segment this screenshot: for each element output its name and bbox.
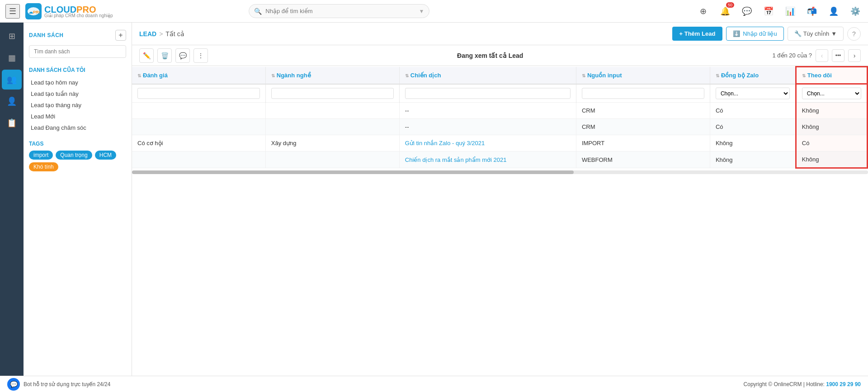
sidebar-item-person[interactable]: 👤 <box>2 91 22 111</box>
cell-theo-doi: Không <box>796 119 867 135</box>
col-header-nguon-input[interactable]: ⇅Nguồn input <box>576 67 710 84</box>
cell-chien-dich: -- <box>399 119 576 135</box>
footer: 💬 Bot hỗ trợ sử dụng trực tuyến 24/24 Co… <box>0 376 868 392</box>
footer-copyright: Copyright © OnlineCRM | Hotline: 1900 29… <box>744 381 861 387</box>
list-item-thang-nay[interactable]: Lead tạo tháng này <box>29 99 126 111</box>
comment-toolbar-button[interactable]: 💬 <box>175 48 190 63</box>
breadcrumb-lead[interactable]: LEAD <box>139 30 156 38</box>
pagination-prev-button[interactable]: ‹ <box>816 49 828 62</box>
analytics-nav-button[interactable]: 📊 <box>783 4 797 19</box>
tag-import[interactable]: import <box>29 151 53 160</box>
tags-section: TAGS import Quan trọng HCM Khó tính <box>29 141 126 171</box>
danh-sach-title: DANH SÁCH <box>29 32 64 38</box>
svg-text:PRO: PRO <box>33 10 40 14</box>
header-actions: + Thêm Lead ⬇️ Nhập dữ liệu 🔧 Tùy chỉnh … <box>672 27 861 41</box>
col-header-dong-bo-zalo[interactable]: ⇅Đồng bộ Zalo <box>710 67 796 84</box>
cell-chien-dich: Chiến dịch ra mắt sản phẩm mới 2021 <box>399 151 576 168</box>
notification-button[interactable]: 🔔 50 <box>718 4 732 19</box>
pagination-next-button[interactable]: › <box>848 49 861 62</box>
settings-nav-button[interactable]: ⚙️ <box>848 4 863 19</box>
import-icon: ⬇️ <box>733 30 740 37</box>
customize-label: Tùy chỉnh <box>803 30 829 37</box>
filter-nguon-input-input[interactable] <box>582 88 704 99</box>
list-item-moi[interactable]: Lead Mới <box>29 111 126 122</box>
danh-sach-add-button[interactable]: + <box>115 30 126 41</box>
table-row: -- CRM Có Không <box>132 102 868 119</box>
filter-nganh-nghe-input[interactable] <box>271 88 394 99</box>
content-area: LEAD > Tất cả + Thêm Lead ⬇️ Nhập dữ liệ… <box>132 23 868 376</box>
col-header-nganh-nghe[interactable]: ⇅Ngành nghề <box>265 67 399 84</box>
list-item-dang-cham-soc[interactable]: Lead Đang chăm sóc <box>29 122 126 133</box>
hamburger-button[interactable]: ☰ <box>5 4 20 19</box>
customize-button[interactable]: 🔧 Tùy chỉnh ▼ <box>788 27 844 41</box>
filter-nguon-input <box>576 84 710 103</box>
hotline-text: 1900 29 29 90 <box>826 381 861 387</box>
table-row: -- CRM Có Không <box>132 119 868 135</box>
logo-icon: ☁ PRO <box>25 3 42 19</box>
calendar-nav-button[interactable]: 📅 <box>761 4 776 19</box>
table-row: Chiến dịch ra mắt sản phẩm mới 2021 WEBF… <box>132 151 868 168</box>
filter-danh-gia-input[interactable] <box>137 88 260 99</box>
delete-toolbar-button[interactable]: 🗑️ <box>157 48 172 63</box>
search-input[interactable] <box>249 4 429 18</box>
filter-chien-dich <box>399 84 576 103</box>
pagination-more-button[interactable]: ••• <box>832 49 844 62</box>
tag-hcm[interactable]: HCM <box>95 151 116 160</box>
search-dropdown-icon[interactable]: ▼ <box>419 8 424 14</box>
filter-dong-bo-zalo-select[interactable]: Chọn... Có Không <box>716 88 790 99</box>
col-header-danh-gia[interactable]: ⇅Đánh giá <box>132 67 265 84</box>
cell-danh-gia: Có cơ hội <box>132 135 265 151</box>
main-layout: ⊞ ▦ 👥 👤 📋 DANH SÁCH + DANH SÁCH CỦA TÔI … <box>0 23 868 376</box>
edit-toolbar-button[interactable]: ✏️ <box>139 48 154 63</box>
inbox-nav-button[interactable]: 📬 <box>805 4 819 19</box>
sidebar-item-contacts[interactable]: 👥 <box>2 70 22 90</box>
table-filter-row: Chọn... Có Không Chọn... Có Không <box>132 84 868 103</box>
search-icon: 🔍 <box>254 8 262 15</box>
filter-danh-gia <box>132 84 265 103</box>
toolbar-status: Đang xem tất cả Lead <box>212 52 769 59</box>
chat-support-icon[interactable]: 💬 <box>7 378 20 391</box>
table-row: Có cơ hội Xây dựng Gửi tin nhắn Zalo - q… <box>132 135 868 151</box>
user-nav-button[interactable]: 👤 <box>826 4 841 19</box>
table-header-row: ⇅Đánh giá ⇅Ngành nghề ⇅Chiến dịch ⇅Nguồn… <box>132 67 868 84</box>
cell-danh-gia <box>132 151 265 168</box>
table-container: ⇅Đánh giá ⇅Ngành nghề ⇅Chiến dịch ⇅Nguồn… <box>132 66 868 376</box>
copyright-text: Copyright © OnlineCRM | Hotline: <box>744 381 826 387</box>
filter-dong-bo-zalo: Chọn... Có Không <box>710 84 796 103</box>
chat-nav-button[interactable]: 💬 <box>740 4 754 19</box>
chien-dich-link[interactable]: Gửi tin nhắn Zalo - quý 3/2021 <box>405 140 485 146</box>
more-toolbar-button[interactable]: ⋮ <box>193 48 208 63</box>
filter-theo-doi-select[interactable]: Chọn... Có Không <box>802 88 861 99</box>
list-item-hom-nay[interactable]: Lead tạo hôm nay <box>29 77 126 88</box>
cell-chien-dich: Gửi tin nhắn Zalo - quý 3/2021 <box>399 135 576 151</box>
list-item-tuan-nay[interactable]: Lead tạo tuần này <box>29 88 126 99</box>
status-text-prefix: Đang xem tất cả <box>457 52 509 59</box>
sidebar-item-home[interactable]: ⊞ <box>2 26 22 46</box>
leads-table: ⇅Đánh giá ⇅Ngành nghề ⇅Chiến dịch ⇅Nguồn… <box>132 66 868 169</box>
sidebar-item-grid[interactable]: ▦ <box>2 48 22 68</box>
notification-badge: 50 <box>726 2 734 8</box>
cell-theo-doi: Không <box>796 102 867 119</box>
import-data-button[interactable]: ⬇️ Nhập dữ liệu <box>726 27 783 41</box>
chien-dich-link[interactable]: Chiến dịch ra mắt sản phẩm mới 2021 <box>405 156 507 163</box>
breadcrumb-current: Tất cả <box>165 30 184 38</box>
cell-chien-dich: -- <box>399 102 576 119</box>
cell-nguon-input: WEBFORM <box>576 151 710 168</box>
add-lead-button[interactable]: + Thêm Lead <box>672 27 723 41</box>
col-header-chien-dich[interactable]: ⇅Chiến dịch <box>399 67 576 84</box>
help-button[interactable]: ? <box>847 27 861 41</box>
cell-danh-gia <box>132 102 265 119</box>
cell-nguon-input: CRM <box>576 119 710 135</box>
filter-chien-dich-input[interactable] <box>405 88 571 99</box>
add-nav-button[interactable]: ⊕ <box>696 4 711 19</box>
status-text-bold: Lead <box>509 52 524 59</box>
tag-quan-trong[interactable]: Quan trọng <box>56 151 92 160</box>
cell-dong-bo-zalo: Không <box>710 151 796 168</box>
sidebar-item-docs[interactable]: 📋 <box>2 113 22 133</box>
filter-theo-doi: Chọn... Có Không <box>796 84 867 103</box>
col-header-theo-doi[interactable]: ⇅Theo dõi <box>796 67 867 84</box>
tag-kho-tinh[interactable]: Khó tính <box>29 162 58 171</box>
search-list-input[interactable] <box>29 45 126 58</box>
cell-danh-gia <box>132 119 265 135</box>
cell-nguon-input: CRM <box>576 102 710 119</box>
